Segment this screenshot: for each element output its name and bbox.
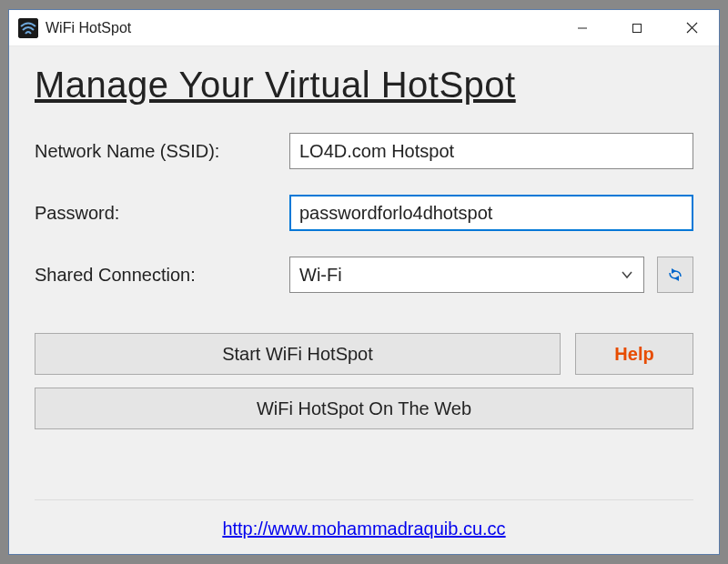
svg-rect-2 xyxy=(633,24,642,32)
minimize-icon xyxy=(577,23,588,34)
password-label: Password: xyxy=(35,203,289,224)
wifi-hotspot-icon xyxy=(18,18,38,38)
ssid-input[interactable] xyxy=(289,133,693,169)
ssid-label: Network Name (SSID): xyxy=(35,141,289,162)
refresh-icon xyxy=(665,265,685,285)
maximize-button[interactable] xyxy=(610,10,664,46)
footer-link[interactable]: http://www.mohammadraquib.cu.cc xyxy=(222,519,505,539)
content-area: Manage Your Virtual HotSpot Network Name… xyxy=(9,46,719,554)
close-icon xyxy=(686,22,698,34)
ssid-row: Network Name (SSID): xyxy=(35,133,693,169)
close-button[interactable] xyxy=(664,10,719,46)
shared-connection-row: Shared Connection: Wi-Fi xyxy=(35,257,693,293)
primary-button-row: Start WiFi HotSpot Help xyxy=(35,333,693,375)
password-input[interactable] xyxy=(289,195,693,231)
titlebar: WiFi HotSpot xyxy=(9,10,719,46)
shared-connection-label: Shared Connection: xyxy=(35,265,289,286)
footer: http://www.mohammadraquib.cu.cc xyxy=(35,499,693,545)
app-window: WiFi HotSpot Manage Your Virtual HotSpot… xyxy=(8,9,720,555)
window-title: WiFi HotSpot xyxy=(46,20,131,36)
web-button[interactable]: WiFi HotSpot On The Web xyxy=(35,388,693,429)
page-title: Manage Your Virtual HotSpot xyxy=(35,65,693,106)
maximize-icon xyxy=(632,23,642,34)
start-hotspot-button[interactable]: Start WiFi HotSpot xyxy=(35,333,561,375)
password-row: Password: xyxy=(35,195,693,231)
minimize-button[interactable] xyxy=(555,10,610,46)
help-button[interactable]: Help xyxy=(575,333,693,375)
refresh-button[interactable] xyxy=(657,257,693,293)
shared-connection-select[interactable]: Wi-Fi xyxy=(289,257,644,293)
